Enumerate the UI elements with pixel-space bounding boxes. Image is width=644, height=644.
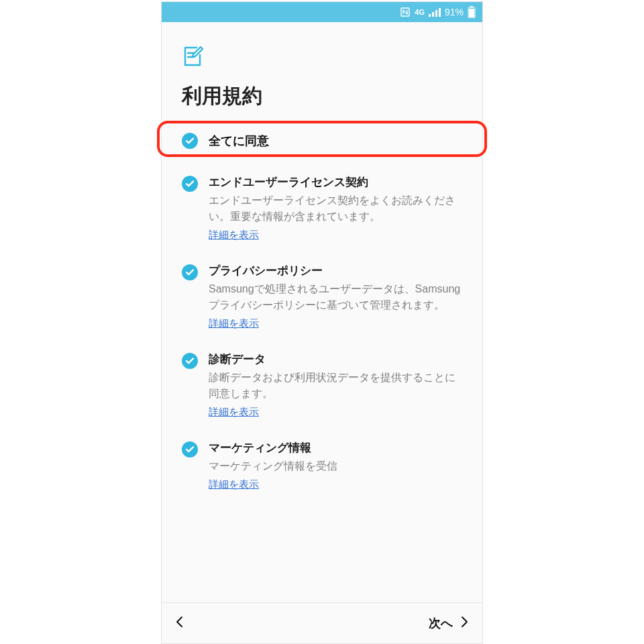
document-pencil-icon — [182, 45, 462, 70]
eula-checkbox[interactable] — [182, 176, 198, 192]
eula-details-link[interactable]: 詳細を表示 — [209, 229, 259, 241]
footer-nav: 次へ — [162, 602, 482, 643]
svg-rect-4 — [439, 8, 441, 17]
terms-item-eula: エンドユーザーライセンス契約 エンドユーザーライセンス契約をよくお読みください。… — [182, 160, 462, 248]
next-button[interactable]: 次へ — [429, 615, 469, 631]
battery-label: 91% — [445, 7, 464, 17]
back-button[interactable] — [175, 616, 191, 631]
svg-rect-3 — [435, 10, 437, 17]
nfc-icon — [400, 7, 411, 17]
diagnostics-details-link[interactable]: 詳細を表示 — [209, 406, 259, 419]
terms-item-diagnostics: 診断データ 診断データおよび利用状況データを提供することに同意します。 詳細を表… — [182, 337, 462, 425]
next-label: 次へ — [429, 615, 453, 631]
terms-item-marketing: マーケティング情報 マーケティング情報を受信 詳細を表示 — [182, 425, 462, 498]
agree-all-checkbox[interactable] — [182, 133, 198, 149]
privacy-details-link[interactable]: 詳細を表示 — [209, 317, 259, 330]
privacy-title: プライバシーポリシー — [209, 263, 462, 278]
page-header: 利用規約 — [162, 22, 482, 122]
marketing-title: マーケティング情報 — [209, 440, 462, 455]
svg-rect-2 — [432, 12, 434, 17]
signal-icon — [429, 7, 441, 17]
eula-title: エンドユーザーライセンス契約 — [209, 174, 462, 190]
highlight-annotation — [157, 121, 487, 157]
terms-item-privacy: プライバシーポリシー Samsungで処理されるユーザーデータは、Samsung… — [182, 248, 462, 337]
marketing-checkbox[interactable] — [182, 441, 198, 458]
marketing-details-link[interactable]: 詳細を表示 — [209, 478, 259, 491]
marketing-desc: マーケティング情報を受信 — [209, 458, 462, 474]
chevron-left-icon — [175, 616, 184, 631]
agree-all-row[interactable]: 全てに同意 — [162, 122, 482, 160]
diagnostics-checkbox[interactable] — [182, 353, 198, 369]
chevron-right-icon — [460, 616, 469, 631]
battery-icon — [468, 6, 476, 18]
svg-rect-7 — [469, 9, 474, 17]
network-label: 4G — [415, 8, 425, 16]
phone-frame: 4G 91% 利用規約 全てに同意 — [161, 1, 483, 644]
diagnostics-desc: 診断データおよび利用状況データを提供することに同意します。 — [209, 370, 462, 402]
svg-rect-1 — [429, 14, 431, 17]
terms-list: エンドユーザーライセンス契約 エンドユーザーライセンス契約をよくお読みください。… — [162, 160, 482, 498]
diagnostics-title: 診断データ — [209, 352, 462, 367]
privacy-desc: Samsungで処理されるユーザーデータは、Samsungプライバシーポリシーに… — [209, 281, 462, 313]
agree-all-label: 全てに同意 — [209, 133, 269, 149]
eula-desc: エンドユーザーライセンス契約をよくお読みください。重要な情報が含まれています。 — [209, 193, 462, 225]
privacy-checkbox[interactable] — [182, 264, 198, 280]
page-title: 利用規約 — [182, 83, 462, 110]
status-bar: 4G 91% — [162, 2, 482, 22]
